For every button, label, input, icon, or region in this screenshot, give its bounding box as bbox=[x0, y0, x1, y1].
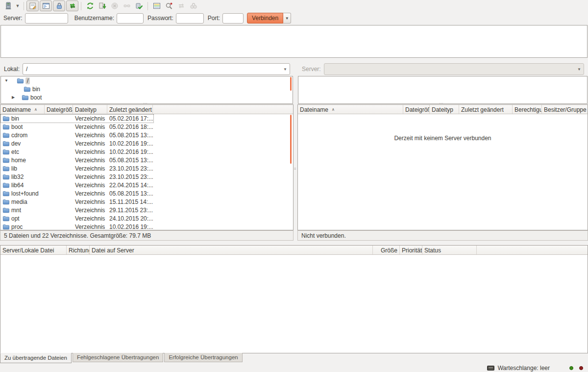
list-scrollbar-thumb[interactable] bbox=[290, 115, 292, 164]
process-queue-button[interactable] bbox=[96, 0, 108, 11]
file-row[interactable]: lib Verzeichnis 23.10.2015 23:... bbox=[0, 164, 293, 173]
local-tree-icon bbox=[42, 2, 50, 10]
column-header-filename[interactable]: Dateiname∧ bbox=[0, 105, 45, 114]
server-input[interactable] bbox=[25, 13, 68, 24]
column-header-filetype[interactable]: Dateityp bbox=[430, 105, 459, 114]
chevron-down-icon[interactable]: ▼ bbox=[281, 67, 290, 72]
column-header-permissions[interactable]: Berechtigungen bbox=[513, 105, 542, 114]
username-input[interactable] bbox=[117, 13, 144, 24]
not-connected-message: Derzeit mit keinem Server verbunden bbox=[298, 135, 588, 142]
local-path-combobox[interactable]: / ▼ bbox=[23, 63, 290, 75]
password-label: Passwort: bbox=[147, 15, 173, 22]
tree-scrollbar-thumb[interactable] bbox=[290, 77, 292, 91]
column-header-filetype[interactable]: Dateityp bbox=[73, 105, 107, 114]
column-header-modified[interactable]: Zuletzt geändert bbox=[459, 105, 513, 114]
local-path-label: Lokal: bbox=[4, 66, 20, 73]
file-row[interactable]: opt Verzeichnis 24.10.2015 20:... bbox=[0, 214, 293, 223]
file-row[interactable]: lib32 Verzeichnis 23.10.2015 23:... bbox=[0, 173, 293, 181]
password-input[interactable] bbox=[176, 13, 204, 24]
remote-path-combobox: ▼ bbox=[324, 63, 584, 75]
sort-ascending-icon: ∧ bbox=[332, 107, 335, 112]
column-header-filename[interactable]: Dateiname∧ bbox=[298, 105, 403, 114]
column-header-direction[interactable]: Richtung bbox=[67, 246, 90, 254]
site-manager-dropdown-button[interactable]: ▼ bbox=[14, 0, 21, 11]
remote-list-header: Dateiname∧ Dateigröße Dateityp Zuletzt g… bbox=[298, 105, 588, 114]
tree-item-label: boot bbox=[30, 94, 42, 101]
expander-expanded-icon[interactable]: ▼ bbox=[4, 78, 9, 83]
toolbar-separator bbox=[24, 2, 24, 10]
reconnect-button[interactable] bbox=[133, 0, 145, 11]
expander-collapsed-icon[interactable]: ▶ bbox=[11, 95, 16, 99]
tab-queued-files[interactable]: Zu übertragende Dateien bbox=[0, 353, 72, 363]
file-row[interactable]: mnt Verzeichnis 29.11.2015 23:... bbox=[0, 206, 293, 214]
tab-successful-transfers[interactable]: Erfolgreiche Übertragungen bbox=[164, 353, 242, 362]
folder-icon bbox=[2, 115, 9, 122]
tab-failed-transfers[interactable]: Fehlgeschlagene Übertragungen bbox=[73, 353, 164, 362]
tree-item-root[interactable]: ▼ / bbox=[1, 76, 293, 85]
remote-directory-tree bbox=[298, 76, 588, 104]
column-header-filesize[interactable]: Dateigröße bbox=[403, 105, 430, 114]
binoculars-icon bbox=[190, 2, 197, 10]
remote-file-list: Dateiname∧ Dateigröße Dateityp Zuletzt g… bbox=[297, 104, 588, 230]
file-row[interactable]: lib64 Verzeichnis 22.04.2015 14:... bbox=[0, 181, 293, 189]
column-header-status[interactable]: Status bbox=[422, 246, 477, 254]
reconnect-icon bbox=[135, 2, 143, 10]
column-header-priority[interactable]: Priorität bbox=[400, 246, 422, 254]
folder-icon bbox=[2, 165, 9, 172]
column-header-owner-group[interactable]: Besitzer/Gruppe bbox=[542, 105, 588, 114]
column-header-remote-file[interactable]: Datei auf Server bbox=[90, 246, 373, 254]
refresh-icon bbox=[86, 2, 94, 10]
cancel-button bbox=[108, 0, 121, 11]
column-header-filesize[interactable]: Dateigröße bbox=[45, 105, 73, 114]
synchronized-browsing-button bbox=[175, 0, 187, 11]
folder-icon bbox=[2, 132, 9, 138]
file-row[interactable]: boot Verzeichnis 05.02.2016 18:... bbox=[0, 123, 293, 131]
column-header-modified[interactable]: Zuletzt geändert bbox=[107, 105, 153, 114]
queue-body bbox=[0, 255, 588, 353]
refresh-button[interactable] bbox=[84, 0, 96, 11]
quickconnect-bar: Server: Benutzername: Passwort: Port: Ve… bbox=[0, 12, 588, 25]
port-input[interactable] bbox=[222, 13, 244, 24]
chevron-down-icon: ▼ bbox=[285, 16, 289, 21]
toggle-local-tree-button[interactable] bbox=[40, 0, 52, 11]
transfer-queue-pane: Server/Lokale Datei Richtung Datei auf S… bbox=[0, 245, 588, 353]
file-row[interactable]: media Verzeichnis 15.11.2015 14:... bbox=[0, 198, 293, 206]
file-row[interactable]: dev Verzeichnis 10.02.2016 19:... bbox=[0, 139, 293, 148]
vertical-splitter[interactable]: ≡ bbox=[294, 63, 297, 241]
file-row[interactable]: cdrom Verzeichnis 05.08.2015 13:... bbox=[0, 131, 293, 139]
local-status-line: 5 Dateien und 22 Verzeichnisse. Gesamtgr… bbox=[0, 230, 294, 241]
column-header-size[interactable]: Größe bbox=[373, 246, 400, 254]
directory-comparison-button[interactable] bbox=[150, 0, 163, 11]
toggle-remote-tree-button[interactable] bbox=[53, 0, 65, 11]
transfer-queue-icon bbox=[69, 2, 76, 10]
folder-icon bbox=[2, 140, 9, 147]
directory-comparison-icon bbox=[153, 2, 161, 10]
file-row[interactable]: etc Verzeichnis 10.02.2016 19:... bbox=[0, 148, 293, 156]
quickconnect-button[interactable]: Verbinden bbox=[247, 13, 283, 24]
tree-item-bin[interactable]: bin bbox=[1, 85, 293, 93]
toggle-transfer-queue-button[interactable] bbox=[66, 0, 78, 11]
local-file-list: Dateiname∧ Dateigröße Dateityp Zuletzt g… bbox=[0, 104, 294, 230]
toggle-message-log-button[interactable] bbox=[26, 0, 39, 11]
queue-tabs: Zu übertragende Dateien Fehlgeschlagene … bbox=[0, 353, 243, 364]
filter-button[interactable] bbox=[163, 0, 175, 11]
column-header-server-local-file[interactable]: Server/Lokale Datei bbox=[0, 246, 67, 254]
file-row[interactable]: lost+found Verzeichnis 05.08.2015 13:... bbox=[0, 189, 293, 198]
file-row[interactable]: bin Verzeichnis 05.02.2016 17:... bbox=[0, 114, 293, 123]
folder-icon bbox=[2, 157, 9, 163]
folder-icon bbox=[2, 207, 9, 213]
process-queue-icon bbox=[98, 2, 106, 10]
site-manager-button[interactable] bbox=[2, 0, 14, 11]
folder-icon bbox=[22, 94, 28, 100]
horizontal-splitter-grip[interactable]: ⋯ bbox=[143, 101, 147, 105]
folder-icon bbox=[2, 215, 9, 222]
toolbar-separator bbox=[81, 2, 81, 10]
tree-item-boot[interactable]: ▶ boot bbox=[1, 93, 293, 101]
file-row[interactable]: home Verzeichnis 05.08.2015 13:... bbox=[0, 156, 293, 164]
remote-status-line: Nicht verbunden. bbox=[297, 230, 588, 241]
quickconnect-dropdown-button[interactable]: ▼ bbox=[283, 13, 291, 24]
horizontal-splitter-grip[interactable]: ⋯ bbox=[439, 101, 443, 105]
file-row[interactable]: proc Verzeichnis 10.02.2016 19:... bbox=[0, 223, 293, 230]
folder-icon bbox=[2, 174, 9, 180]
folder-icon bbox=[2, 149, 9, 155]
